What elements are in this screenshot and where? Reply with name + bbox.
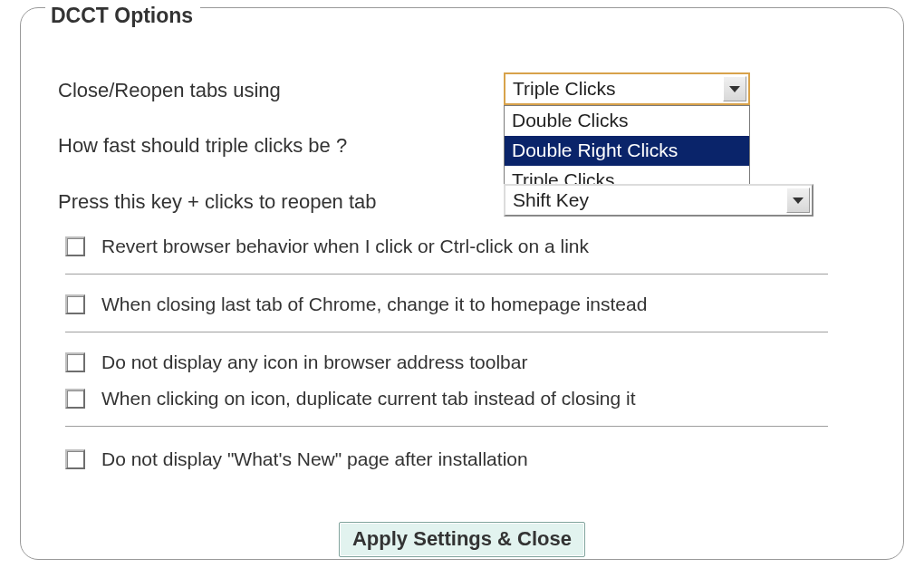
label-close-reopen: Close/Reopen tabs using xyxy=(58,79,484,102)
label-click-speed: How fast should triple clicks be ? xyxy=(58,134,484,158)
checkbox-label: Do not display "What's New" page after i… xyxy=(101,448,528,470)
dropdown-button[interactable] xyxy=(786,188,810,213)
checkbox-hide-whats-new[interactable]: Do not display "What's New" page after i… xyxy=(65,448,528,470)
checkbox-icon xyxy=(65,389,85,409)
select-value-text: Shift Key xyxy=(513,189,589,211)
checkbox-label: Do not display any icon in browser addre… xyxy=(101,352,527,373)
option-double-clicks[interactable]: Double Clicks xyxy=(505,106,749,136)
checkbox-icon xyxy=(65,294,85,314)
reopen-key-select[interactable]: Shift Key xyxy=(504,184,813,217)
checkbox-duplicate-instead-of-close[interactable]: When clicking on icon, duplicate current… xyxy=(65,388,636,409)
checkbox-icon xyxy=(65,236,85,256)
checkbox-homepage-on-last-close[interactable]: When closing last tab of Chrome, change … xyxy=(65,294,647,315)
divider xyxy=(65,426,828,428)
chevron-down-icon xyxy=(793,197,804,204)
checkbox-label: Revert browser behavior when I click or … xyxy=(101,236,589,257)
close-reopen-dropdown[interactable]: Double Clicks Double Right Clicks Triple… xyxy=(504,105,750,197)
chevron-down-icon xyxy=(729,86,740,92)
checkbox-hide-toolbar-icon[interactable]: Do not display any icon in browser addre… xyxy=(65,352,527,373)
option-double-right-clicks[interactable]: Double Right Clicks xyxy=(505,136,749,166)
fieldset-legend: DCCT Options xyxy=(45,4,200,28)
checkbox-label: When closing last tab of Chrome, change … xyxy=(101,294,647,315)
close-reopen-select[interactable]: Triple Clicks xyxy=(504,72,750,105)
divider xyxy=(65,274,828,275)
checkbox-revert-browser-behavior[interactable]: Revert browser behavior when I click or … xyxy=(65,236,589,257)
apply-settings-button[interactable]: Apply Settings & Close xyxy=(339,522,585,557)
select-value-text: Triple Clicks xyxy=(513,78,616,100)
dropdown-button[interactable] xyxy=(723,76,746,101)
divider xyxy=(65,332,828,333)
label-reopen-key: Press this key + clicks to reopen tab xyxy=(58,190,484,214)
checkbox-icon xyxy=(65,352,85,372)
checkbox-label: When clicking on icon, duplicate current… xyxy=(101,388,636,409)
stage: DCCT Options Close/Reopen tabs using Tri… xyxy=(0,0,924,578)
checkbox-icon xyxy=(65,449,85,469)
